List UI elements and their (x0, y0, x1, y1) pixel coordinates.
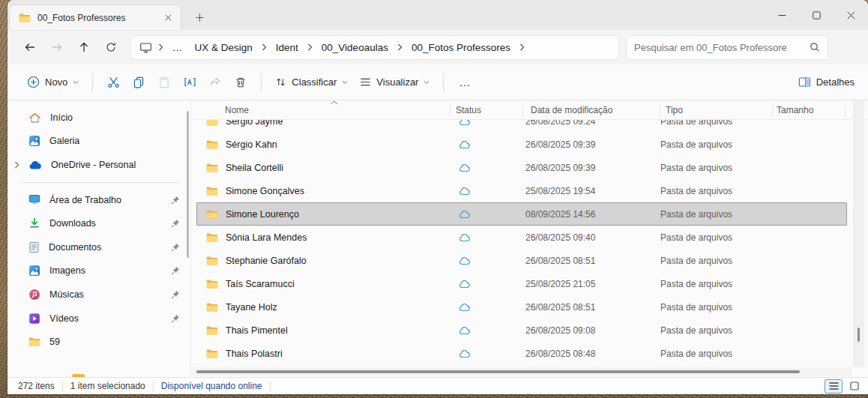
column-header-nome[interactable]: Nome (225, 105, 249, 115)
sidebar-item-documentos[interactable]: Documentos (7, 235, 190, 259)
more-options-button[interactable]: … (451, 76, 478, 88)
folder-icon (19, 13, 31, 23)
folder-icon (206, 202, 218, 226)
horizontal-scrollbar-thumb[interactable] (196, 370, 800, 373)
home-icon (28, 112, 41, 124)
breadcrumb-chevron[interactable] (305, 43, 315, 51)
new-button-label: Novo (45, 76, 67, 88)
file-name: Sérgio Kahn (226, 133, 277, 156)
new-tab-button[interactable] (190, 7, 209, 27)
sidebar-scrollbar[interactable] (187, 111, 189, 258)
details-pane-button[interactable]: Detalhes (797, 72, 856, 92)
sidebar-item-downloads[interactable]: Downloads (7, 211, 190, 235)
sidebar-item-videos[interactable]: Vídeos (7, 307, 190, 331)
paste-button[interactable] (151, 70, 177, 94)
column-header-status[interactable]: Status (456, 105, 481, 115)
file-name: Taís Scaramucci (226, 272, 295, 295)
breadcrumb-item[interactable]: UX & Design (190, 40, 258, 55)
file-row[interactable]: Sérgio Kahn 26/08/2025 09:39 Pasta de ar… (196, 133, 847, 156)
delete-button[interactable] (228, 70, 253, 94)
cut-button[interactable] (100, 70, 126, 94)
file-row[interactable]: Thais Polastri 26/08/2025 08:48 Pasta de… (196, 342, 847, 365)
file-row[interactable]: Thais Pimentel 26/08/2025 09:08 Pasta de… (196, 319, 847, 342)
file-row[interactable]: Simone Gonçalves 25/08/2025 19:54 Pasta … (196, 179, 847, 202)
column-header-tamanho[interactable]: Tamanho (777, 105, 813, 115)
file-rows: Sérgio Jayme 26/08/2025 09:24 Pasta de a… (196, 120, 847, 365)
file-explorer-window: 00_Fotos Professores (7, 0, 868, 394)
cloud-status-icon (459, 202, 470, 226)
music-icon (28, 289, 40, 301)
breadcrumb-item[interactable]: Ident (271, 40, 304, 55)
file-row[interactable]: Sônia Lara Mendes 26/08/2025 09:40 Pasta… (196, 226, 847, 249)
tab-close-icon[interactable] (160, 10, 176, 26)
sidebar-item-galeria[interactable]: Galeria (7, 130, 190, 154)
partial-folder-icon (72, 374, 85, 377)
view-toggles (825, 379, 864, 394)
column-header-data[interactable]: Data de modificação (531, 105, 612, 115)
file-row[interactable]: Stephanie Garófalo 26/08/2025 08:51 Past… (196, 249, 847, 272)
breadcrumb-chevron[interactable] (517, 43, 527, 51)
minimize-button[interactable] (765, 0, 799, 30)
file-type: Pasta de arquivos (660, 156, 732, 179)
plus-circle-icon (27, 76, 40, 88)
toolbar-divider (92, 73, 93, 91)
explorer-tab[interactable]: 00_Fotos Professores (10, 5, 181, 30)
file-name: Thais Polastri (226, 342, 283, 365)
toolbar-divider (443, 73, 444, 91)
breadcrumb-item[interactable]: 00_Fotos Professores (406, 40, 516, 55)
breadcrumb-chevron[interactable] (259, 43, 269, 51)
breadcrumb-chevron[interactable] (395, 43, 405, 51)
availability-status: Disponível quando online (161, 381, 262, 391)
cloud-status-icon (459, 156, 470, 179)
breadcrumb: … UX & Design Ident 00_Videoaulas 00_Fot… (130, 35, 619, 60)
file-list-pane: Nome Status Data de modificação Tipo Tam… (191, 100, 868, 377)
file-name: Stephanie Garófalo (226, 249, 307, 272)
sidebar-item-onedrive[interactable]: OneDrive - Personal (7, 153, 190, 177)
new-button[interactable]: Novo (21, 71, 85, 93)
file-row[interactable]: Sheila Cortelli 26/08/2025 09:39 Pasta d… (196, 156, 847, 179)
file-type: Pasta de arquivos (660, 179, 732, 202)
refresh-button[interactable] (97, 35, 124, 59)
column-header-row: Nome Status Data de modificação Tipo Tam… (191, 100, 868, 120)
folder-icon (206, 272, 218, 295)
breadcrumb-overflow[interactable]: … (167, 40, 188, 55)
this-pc-monitor-icon[interactable] (137, 42, 154, 53)
folder-icon (206, 319, 218, 342)
gallery-icon (28, 135, 40, 147)
navigation-pane: Início Galeria OneDrive - Personal (7, 100, 191, 377)
horizontal-scrollbar-track[interactable] (193, 367, 852, 376)
sidebar-item-inicio[interactable]: Início (7, 106, 190, 130)
sidebar-item-imagens[interactable]: Imagens (7, 259, 190, 283)
video-icon (28, 313, 40, 325)
search-icon[interactable] (810, 42, 820, 52)
folder-icon (206, 156, 218, 179)
up-button[interactable] (70, 35, 97, 59)
file-type: Pasta de arquivos (660, 202, 732, 226)
file-row[interactable]: Taís Scaramucci 25/08/2025 21:05 Pasta d… (196, 272, 847, 295)
share-button[interactable] (202, 70, 228, 94)
file-row-selected[interactable]: Simone Lourenço 08/09/2025 14:56 Pasta d… (196, 202, 847, 226)
sidebar-item-area-de-trabalho[interactable]: Área de Trabalho (7, 188, 190, 212)
chevron-right-icon[interactable] (14, 161, 19, 169)
view-button[interactable]: Visualizar (354, 72, 435, 92)
details-view-toggle[interactable] (825, 379, 843, 394)
tab-bar: 00_Fotos Professores (7, 0, 868, 30)
file-name: Sônia Lara Mendes (226, 226, 307, 249)
forward-button[interactable] (43, 35, 70, 59)
sort-button[interactable]: Classificar (269, 72, 354, 92)
pin-icon (171, 243, 180, 252)
column-header-tipo[interactable]: Tipo (666, 105, 683, 115)
breadcrumb-item[interactable]: 00_Videoaulas (316, 40, 394, 55)
back-button[interactable] (16, 35, 43, 59)
large-icons-view-toggle[interactable] (846, 379, 864, 394)
search-input[interactable] (634, 42, 810, 53)
breadcrumb-chevron[interactable] (156, 43, 166, 51)
file-row[interactable]: Tayane Holz 26/08/2025 08:51 Pasta de ar… (196, 295, 847, 319)
sidebar-item-musicas[interactable]: Músicas (7, 283, 190, 307)
vertical-scrollbar-thumb[interactable] (858, 328, 860, 342)
maximize-button[interactable] (799, 0, 834, 30)
sidebar-item-59[interactable]: 59 (7, 330, 190, 354)
rename-button[interactable] (177, 70, 202, 94)
copy-button[interactable] (126, 70, 151, 94)
close-button[interactable] (834, 0, 868, 30)
